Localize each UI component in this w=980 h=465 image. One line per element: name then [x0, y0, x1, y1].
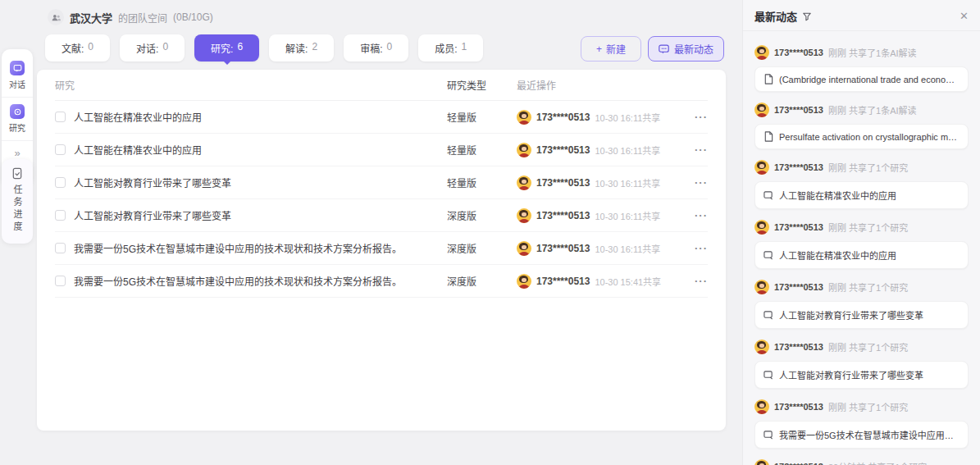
row-more-button[interactable]: ··· — [695, 275, 708, 287]
shared-research-card[interactable]: 人工智能在精准农业中的应用 — [754, 181, 969, 209]
user-avatar — [517, 143, 531, 157]
research-doc-icon — [763, 370, 773, 380]
tab-chat[interactable]: 对话: 0 — [120, 34, 185, 62]
user-avatar — [517, 110, 531, 125]
row-more-button[interactable]: ··· — [695, 176, 708, 189]
row-user: 173****0513 — [536, 210, 590, 221]
user-avatar — [754, 45, 769, 60]
close-icon[interactable]: ✕ — [959, 10, 969, 22]
task-progress-label: 任务进度 — [11, 185, 24, 234]
activity-item: 173****0513 刚刚 共享了1个研究 人工智能对教育行业带来了哪些变革 — [754, 340, 969, 389]
table-header: 研究 研究类型 最近操作 — [55, 70, 708, 101]
team-name: 武汉大学 — [70, 10, 112, 25]
task-doc-icon — [11, 167, 23, 180]
row-user: 173****0513 — [536, 177, 590, 189]
user-avatar — [754, 103, 769, 117]
row-time: 10-30 15:41共享 — [595, 275, 661, 288]
shared-research-card[interactable]: 我需要一份5G技术在智慧城市建设中应用的技术现状和技术方... — [754, 421, 969, 449]
activity-item: 173****0513 刚刚 共享了1个研究 我需要一份5G技术在智慧城市建设中… — [754, 399, 969, 449]
team-avatar-icon — [48, 9, 64, 25]
shared-research-card[interactable]: 人工智能对教育行业带来了哪些变革 — [754, 361, 969, 389]
row-checkbox[interactable] — [55, 144, 66, 155]
expand-icon: » — [14, 148, 20, 159]
row-title: 人工智能对教育行业带来了哪些变革 — [74, 208, 231, 222]
column-type: 研究类型 — [447, 78, 517, 92]
research-doc-icon — [763, 430, 773, 440]
new-button[interactable]: + 新建 — [581, 36, 641, 62]
activity-item: 173****0513 刚刚 共享了1条AI解读 Persulfate acti… — [754, 103, 969, 149]
row-time: 10-30 16:11共享 — [595, 176, 660, 189]
tab-review[interactable]: 审稿: 0 — [344, 34, 408, 62]
team-suffix: 的团队空间 — [118, 11, 167, 25]
row-time: 10-30 16:11共享 — [595, 242, 660, 255]
tab-research[interactable]: 研究: 6 — [194, 34, 259, 62]
activity-title: 最新动态 — [754, 8, 797, 24]
shared-document-card[interactable]: Persulfate activation on crystallographi… — [754, 124, 969, 149]
sidebar-item-research[interactable]: 研究 — [2, 97, 33, 140]
row-title: 我需要一份5G技术在智慧城市建设中应用的技术现状和技术方案分析报告。 — [74, 274, 402, 288]
row-user: 173****0513 — [536, 243, 590, 254]
row-type: 轻量版 — [447, 110, 517, 124]
chat-icon — [10, 61, 25, 75]
team-header: 武汉大学 的团队空间 (0B/10G) — [48, 9, 213, 25]
row-checkbox[interactable] — [55, 177, 66, 188]
sidebar-item-chat[interactable]: 对话 — [2, 54, 33, 97]
research-doc-icon — [763, 250, 773, 260]
shared-document-card[interactable]: (Cambridge international trade and econo… — [754, 66, 969, 92]
user-avatar — [754, 160, 769, 175]
row-more-button[interactable]: ··· — [695, 111, 708, 123]
activity-item: 173****0513 刚刚 共享了1个研究 人工智能在精准农业中的应用 — [754, 220, 969, 269]
group-icon — [51, 12, 62, 23]
row-time: 10-30 16:11共享 — [595, 144, 660, 157]
row-title: 人工智能在精准农业中的应用 — [74, 110, 202, 124]
table-row[interactable]: 我需要一份5G技术在智慧城市建设中应用的技术现状和技术方案分析报告。 深度版 1… — [55, 265, 708, 298]
tab-members[interactable]: 成员: 1 — [418, 34, 483, 62]
shared-research-card[interactable]: 人工智能对教育行业带来了哪些变革 — [754, 301, 969, 329]
column-research: 研究 — [55, 78, 447, 92]
row-checkbox[interactable] — [55, 243, 66, 253]
tab-interpretation[interactable]: 解读: 2 — [269, 34, 334, 62]
user-avatar — [754, 459, 769, 465]
plus-icon: + — [596, 43, 602, 55]
task-progress-panel[interactable]: 任务进度 — [2, 159, 33, 244]
user-avatar — [517, 176, 531, 190]
table-row[interactable]: 我需要一份5G技术在智慧城市建设中应用的技术现状和技术方案分析报告。 深度版 1… — [55, 232, 708, 265]
row-checkbox[interactable] — [55, 276, 66, 286]
activity-item: 173****0513 刚刚 共享了1个研究 人工智能对教育行业带来了哪些变革 — [754, 280, 969, 329]
table-row[interactable]: 人工智能在精准农业中的应用 轻量版 173****0513 10-30 16:1… — [55, 134, 708, 166]
user-avatar — [754, 340, 769, 354]
latest-activity-button[interactable]: 最新动态 — [648, 36, 724, 62]
document-icon — [763, 131, 773, 142]
row-checkbox[interactable] — [55, 210, 66, 221]
row-title: 人工智能在精准农业中的应用 — [74, 143, 202, 157]
row-user: 173****0513 — [536, 144, 590, 156]
toolbar: + 新建 最新动态 — [581, 36, 724, 62]
column-action: 最近操作 — [517, 78, 685, 92]
user-avatar — [754, 280, 769, 294]
filter-icon[interactable] — [802, 11, 812, 21]
row-more-button[interactable]: ··· — [695, 242, 708, 254]
research-doc-icon — [763, 190, 773, 200]
row-type: 深度版 — [447, 208, 517, 222]
row-time: 10-30 16:11共享 — [595, 111, 660, 124]
activity-item: 173****0513 30分钟前 共享了1个研究 我需要一份5G技术在智慧城市… — [754, 459, 969, 465]
user-avatar — [517, 208, 531, 223]
tab-literature[interactable]: 文献: 0 — [45, 34, 110, 62]
row-type: 深度版 — [447, 274, 517, 288]
table-row[interactable]: 人工智能在精准农业中的应用 轻量版 173****0513 10-30 16:1… — [55, 101, 708, 134]
document-icon — [763, 74, 773, 84]
row-more-button[interactable]: ··· — [695, 209, 708, 221]
row-user: 173****0513 — [536, 112, 590, 123]
table-row[interactable]: 人工智能对教育行业带来了哪些变革 深度版 173****0513 10-30 1… — [55, 199, 708, 232]
row-type: 轻量版 — [447, 143, 517, 157]
activity-header: 最新动态 ✕ — [743, 0, 980, 31]
row-more-button[interactable]: ··· — [695, 144, 708, 156]
user-avatar — [517, 241, 531, 256]
row-type: 轻量版 — [447, 176, 517, 189]
table-row[interactable]: 人工智能对教育行业带来了哪些变革 轻量版 173****0513 10-30 1… — [55, 166, 708, 199]
user-avatar — [517, 274, 531, 289]
shared-research-card[interactable]: 人工智能在精准农业中的应用 — [754, 241, 969, 269]
research-table-card: 研究 研究类型 最近操作 人工智能在精准农业中的应用 轻量版 173****05… — [37, 70, 726, 431]
research-doc-icon — [763, 310, 773, 320]
row-checkbox[interactable] — [55, 112, 66, 122]
